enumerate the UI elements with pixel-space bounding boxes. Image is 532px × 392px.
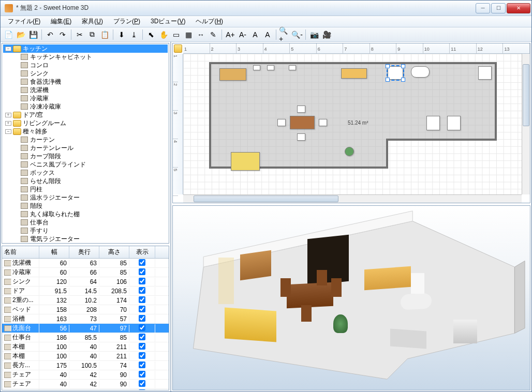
furniture-plant[interactable] [345,147,354,156]
wall[interactable] [386,139,496,141]
undo-icon[interactable]: ↶ [45,29,56,40]
catalog-category[interactable]: +リビングルーム [3,119,168,127]
save-icon[interactable]: 💾 [27,29,39,40]
cell-visible[interactable] [129,389,155,391]
cell-visible[interactable] [129,324,155,333]
table-row[interactable]: 長方...175100.574 [2,361,169,370]
cell-visible[interactable] [129,343,155,351]
redo-icon[interactable]: ↷ [57,29,68,40]
cut-icon[interactable]: ✂ [74,29,85,40]
video-icon[interactable]: 🎥 [321,29,332,40]
collapse-icon[interactable]: − [5,47,11,51]
catalog-item[interactable]: 手すり [3,227,168,235]
visibility-checkbox[interactable] [139,306,145,312]
copy-icon[interactable]: ⧉ [86,29,98,40]
furniture-washbasin[interactable] [388,66,403,80]
import-icon[interactable]: ⤓ [128,29,140,40]
catalog-item[interactable]: 階段 [3,202,168,210]
catalog-item[interactable]: 食器洗浄機 [3,78,168,86]
plan-scrollbar-v[interactable] [522,54,530,194]
furniture-bookcase[interactable] [426,116,440,130]
table-row[interactable]: ドア91.514.5208.5 [2,287,169,296]
text-bigger-icon[interactable]: A+ [225,29,236,40]
visibility-checkbox[interactable] [139,380,145,387]
catalog-item[interactable]: 冷蔵庫 [3,94,168,102]
visibility-checkbox[interactable] [139,259,145,266]
table-row[interactable]: チェア404290 [2,380,169,389]
menu-h[interactable]: ヘルプ(H) [191,16,227,27]
bold-icon[interactable]: A [249,29,261,40]
zoom-in-icon[interactable]: 🔍+ [279,29,290,40]
view-3d[interactable] [172,205,530,390]
furniture-list-table[interactable]: 名前幅奥行高さ表示 洗濯機606385冷蔵庫606685シンク12064106ド… [2,246,169,390]
furniture-table[interactable] [290,116,315,129]
wall[interactable] [495,62,497,141]
select-tool-icon[interactable]: ⬉ [145,29,157,40]
furniture-chair[interactable] [297,105,305,113]
furniture-catalog-tree[interactable]: −キッチンキッチンキャビネットコンロシンク食器洗浄機洗濯機冷蔵庫冷凍冷蔵庫+ドア… [2,43,169,244]
cell-visible[interactable] [129,296,155,305]
text-tool-icon[interactable]: ✎ [208,29,219,40]
catalog-item[interactable]: 温水ラジエーター [3,193,168,202]
pan-tool-icon[interactable]: ✋ [158,29,169,40]
menu-f[interactable]: ファイル(F) [4,16,45,27]
cell-visible[interactable] [129,259,155,267]
catalog-item[interactable]: 電気ラジエーター [3,235,168,243]
catalog-item[interactable]: 仕事台 [3,218,168,227]
column-header[interactable]: 高さ [99,246,129,258]
catalog-item[interactable]: 洗濯機 [3,86,168,94]
column-header[interactable]: 幅 [39,246,69,258]
visibility-checkbox[interactable] [139,287,145,294]
visibility-checkbox[interactable] [139,324,145,331]
cell-visible[interactable] [129,371,155,379]
column-header[interactable]: 表示 [129,246,155,258]
catalog-item[interactable]: カーブ階段 [3,152,168,160]
furniture-bed[interactable] [231,152,260,171]
furniture-chair[interactable] [277,119,286,126]
italic-icon[interactable]: A [262,29,273,40]
open-icon[interactable]: 📂 [15,29,26,40]
catalog-item[interactable]: ボックス [3,169,168,177]
menu-p[interactable]: プラン(P) [109,16,144,27]
paste-icon[interactable]: 📋 [99,29,110,40]
catalog-item[interactable]: コンロ [3,61,168,69]
table-row[interactable]: 本棚10040211 [2,352,169,361]
menu-u[interactable]: 家具(U) [78,16,107,27]
catalog-item[interactable]: ベニス風ブラインド [3,160,168,169]
table-row[interactable]: 洗面台564797 [2,324,169,333]
scrollbar-thumb[interactable] [523,64,529,126]
catalog-item[interactable]: 丸く縁取られた棚 [3,210,168,218]
table-row[interactable]: チェア404290 [2,370,169,380]
wall[interactable] [209,62,211,169]
column-header[interactable]: 奥行 [69,246,99,258]
cell-visible[interactable] [129,361,155,370]
text-smaller-icon[interactable]: A- [237,29,248,40]
plan-2d-view[interactable]: 12345678910111213 12345 [172,43,530,203]
catalog-item[interactable]: カーテン [3,135,168,144]
photo-icon[interactable]: 📷 [308,29,320,40]
furniture-chair[interactable] [319,119,327,126]
furniture-workbench[interactable] [219,68,246,81]
new-icon[interactable]: 📄 [3,29,14,40]
table-row[interactable]: 2重の...13210.2174 [2,296,169,305]
visibility-checkbox[interactable] [139,361,145,368]
table-row[interactable]: 冷蔵庫606685 [2,268,169,277]
furniture-washer[interactable] [478,66,492,80]
column-header[interactable]: 名前 [2,246,39,258]
furniture-workbench[interactable] [341,68,367,79]
visibility-checkbox[interactable] [139,389,145,391]
furniture-bookcase[interactable] [447,116,461,130]
furniture-chair[interactable] [297,133,305,141]
cell-visible[interactable] [129,287,155,295]
furniture-bathtub[interactable] [411,66,430,78]
catalog-category[interactable]: −キッチン [3,44,168,53]
wall[interactable] [209,62,496,64]
catalog-category[interactable]: −種々雑多 [3,127,168,135]
table-row[interactable]: チェア404290 [2,389,169,390]
table-row[interactable]: シンク12064106 [2,277,169,287]
visibility-checkbox[interactable] [139,278,145,284]
visibility-checkbox[interactable] [139,371,145,378]
visibility-checkbox[interactable] [139,343,145,350]
close-button[interactable]: ✕ [507,3,530,13]
cell-visible[interactable] [129,315,155,323]
